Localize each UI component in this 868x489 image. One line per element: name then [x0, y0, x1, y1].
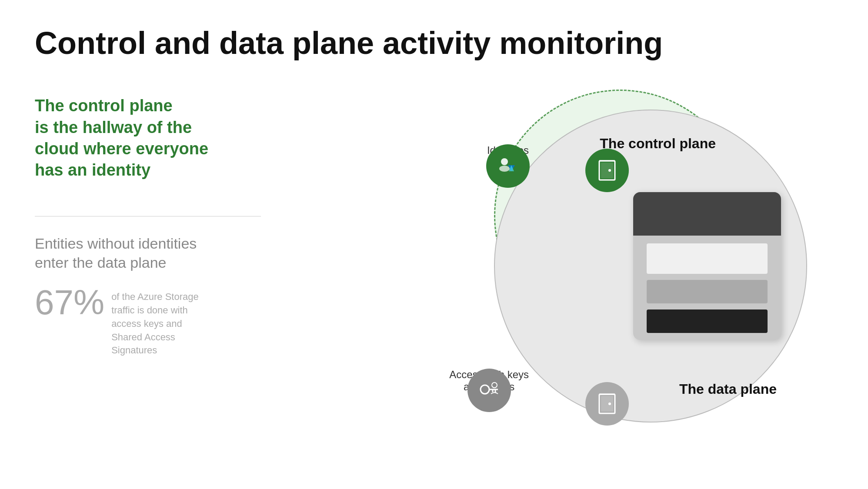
control-plane-door-icon: [585, 149, 629, 192]
svg-point-0: [501, 158, 508, 165]
left-panel: The control plane is the hallway of the …: [35, 86, 261, 445]
svg-point-15: [608, 403, 611, 405]
svg-point-8: [481, 385, 489, 394]
green-line3: cloud where everyone: [35, 140, 208, 158]
server-card: [633, 192, 781, 340]
gray-heading: Entities without identities enter the da…: [35, 234, 261, 272]
identities-icon: [495, 153, 521, 179]
green-text-block: The control plane is the hallway of the …: [35, 95, 261, 181]
server-card-top: [633, 192, 781, 236]
door-icon-green: [594, 157, 620, 183]
svg-rect-14: [601, 396, 613, 412]
svg-point-1: [499, 166, 510, 172]
server-card-mid: [647, 243, 768, 274]
stat-row: 67% of the Azure Storage traffic is done…: [35, 285, 261, 357]
stat-description: of the Azure Storage traffic is done wit…: [111, 285, 207, 357]
identities-group: Identities: [487, 144, 529, 156]
page-title: Control and data plane activity monitori…: [35, 26, 833, 60]
door-icon-gray: [594, 391, 620, 417]
green-text: The control plane is the hallway of the …: [35, 95, 261, 181]
data-plane-label: The data plane: [679, 381, 777, 397]
control-plane-label: The control plane: [600, 136, 716, 152]
access-keys-icon-badge: [467, 369, 511, 412]
access-keys-group: Access with keys and tokens: [449, 369, 529, 393]
stat-number: 67%: [35, 285, 104, 320]
identities-icon-badge: [486, 144, 530, 188]
server-card-bar1: [647, 280, 768, 303]
data-plane-door-icon: [585, 382, 629, 426]
svg-rect-5: [601, 163, 613, 178]
divider: [35, 216, 261, 216]
green-line2: is the hallway of the: [35, 118, 192, 136]
gray-heading-line2: enter the data plane: [35, 254, 166, 271]
svg-point-12: [492, 383, 497, 388]
access-keys-icon: [476, 377, 502, 403]
svg-point-6: [608, 169, 611, 172]
gray-heading-line1: Entities without identities: [35, 235, 197, 252]
diagram-area: The control plane The data plane I: [261, 86, 833, 445]
server-card-bar2: [647, 309, 768, 333]
green-line4: has an identity: [35, 161, 150, 179]
green-line1: The control plane: [35, 96, 173, 115]
